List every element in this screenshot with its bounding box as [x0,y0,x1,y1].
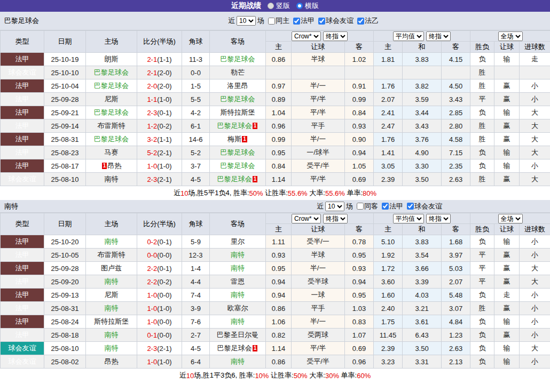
odds-source-select[interactable]: 终指 [323,31,348,41]
col-header-日期: 日期 [44,31,86,53]
euro-away-odds: 2.63 [442,342,470,355]
checkbox-input[interactable] [293,18,300,25]
result-goals: 大 [520,173,550,186]
match-type: 法甲 [1,133,44,146]
checkbox-label: 球会友谊 [326,16,353,26]
sub-col-header-主: 主 [374,224,403,235]
team-away: 欧塞尔 [210,302,266,315]
checkbox-input[interactable] [357,18,364,25]
layout-radio-横版[interactable]: 横版 [296,1,319,11]
match-score: 1-0(0-0) [137,289,182,302]
asian-away-odds: 0.95 [345,249,374,262]
recent-label-prefix: 近 [228,16,235,26]
filter-checkbox-球会友谊[interactable]: 球会友谊 [316,16,353,26]
result-wdl: 负 [470,106,494,119]
match-type: 法甲 [1,106,44,119]
euro-home-odds: 11.45 [374,329,403,342]
halftime-score: (2-0) [157,69,171,77]
summary-segment: 60% [357,372,371,380]
corner-count: 6-4 [182,355,210,369]
asian-away-odds: 1.02 [345,53,374,66]
odds-source-select[interactable]: Crow* [292,31,321,41]
asian-home-odds: 1.14 [266,173,292,186]
match-type: 法甲 [1,289,44,302]
asian-away-odds: 0.94 [345,146,374,159]
filter-checkbox-法乙[interactable]: 法乙 [355,16,379,26]
match-score: 0-0(0-0) [137,249,182,262]
recent-count-select[interactable]: 10 [237,16,256,26]
away-team-name: 巴黎足球会 [217,344,252,352]
away-team-name: 欧塞尔 [227,304,248,312]
euro-draw-odds: 3.50 [403,173,442,186]
summary-segment: 近 [174,188,180,198]
odds-source-select[interactable]: 全场 [498,31,523,41]
odds-source-select[interactable]: Crow* [292,214,321,223]
filter-checkbox-法甲[interactable]: 法甲 [379,202,403,211]
asian-handicap: 受两球 [292,329,345,342]
recent-count-select[interactable]: 10 [325,202,344,211]
odds-source-select[interactable]: 全场 [498,214,523,223]
asian-home-odds: 0.94 [266,275,292,289]
summary-segment: 10 [186,372,194,380]
radio-icon [268,3,274,9]
result-wdl: 平 [470,93,494,106]
match-date: 25-08-31 [44,302,86,315]
filter-checkbox-同客[interactable]: 同客 [354,202,378,211]
sub-col-header-进球数: 进球数 [520,42,550,53]
checkbox-input[interactable] [407,203,414,210]
match-score: 5-2(2-1) [137,146,182,159]
euro-away-odds: 2.85 [442,106,470,119]
sub-col-header-和: 和 [403,42,442,53]
asian-handicap: 一/球半 [292,146,345,159]
asian-handicap: 半球 [292,53,345,66]
match-score: 2-3(0-1) [137,106,182,119]
red-card-badge: 1 [253,345,258,351]
odds-source-select[interactable]: 平均值 [393,214,424,223]
odds-source-select[interactable]: 终指 [426,214,451,223]
checkbox-input[interactable] [268,18,275,25]
filter-checkbox-同主[interactable]: 同主 [265,16,289,26]
match-date: 25-08-23 [44,146,86,159]
team-home: 巴黎足球会 [86,133,137,146]
away-team-name: 巴黎足球会 [221,95,255,103]
team-home: 马赛 [86,146,137,159]
asian-away-odds: 0.93 [345,262,374,275]
result-wdl: 负 [470,342,494,355]
match-score: 0-1(0-0) [137,329,182,342]
col-header-角球: 角球 [182,213,210,235]
summary-segment: 让胜率: [269,371,293,380]
euro-draw-odds: 6.43 [403,329,442,342]
odds-source-select[interactable]: 平均值 [393,31,424,41]
checkbox-input[interactable] [318,18,325,25]
filter-checkbox-法甲[interactable]: 法甲 [290,16,315,26]
filter-checkbox-球会友谊[interactable]: 球会友谊 [404,202,442,211]
home-team-name: 图卢兹 [101,264,122,272]
euro-away-odds: 5.03 [442,262,470,275]
result-goals [520,66,550,79]
result-goals: 小 [520,355,550,369]
home-team-name: 巴黎足球会 [94,68,129,76]
euro-away-odds: 4.15 [442,53,470,66]
euro-home-odds: 2.39 [374,342,403,355]
checkbox-input[interactable] [382,203,389,210]
home-team-name: 南特 [105,304,119,312]
result-wdl: 负 [470,315,494,329]
home-team-name: 布雷斯特 [98,122,125,130]
layout-radio-竖版[interactable]: 竖版 [268,1,290,11]
match-date: 25-08-10 [44,342,86,355]
euro-draw-odds: 3.61 [403,315,442,329]
corner-count: 5-9 [182,235,210,249]
result-handicap: 赢 [494,329,520,342]
home-team-name: 巴黎足球会 [94,135,129,143]
asian-handicap: 平手 [292,119,345,133]
team-home: 南特 [86,329,137,342]
odds-source-select[interactable]: 终指 [426,31,451,41]
summary-segment: 让胜率: [263,188,288,198]
match-score: 2-0(2-0) [137,79,182,93]
odds-source-select[interactable]: 终指 [323,214,348,223]
asian-home-odds: 0.89 [266,93,292,106]
home-team-name: 昂热 [105,357,119,365]
checkbox-input[interactable] [357,203,364,210]
result-goals: 小 [520,329,550,342]
asian-home-odds: 0.95 [266,146,292,159]
